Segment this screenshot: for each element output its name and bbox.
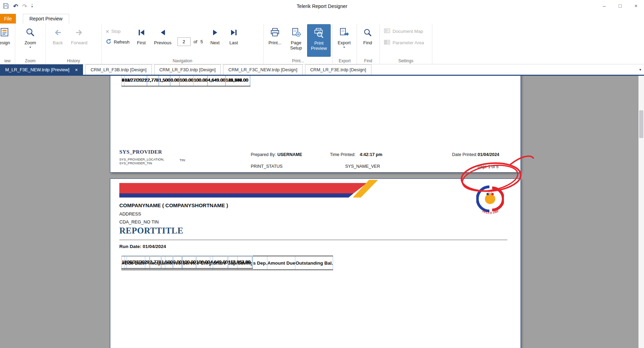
current-page-input[interactable] <box>177 37 191 46</box>
print-preview-button[interactable]: Print Preview <box>307 24 331 57</box>
company-name: COMPANYNAME ( COMPANYSHORTNAME ) <box>119 202 228 208</box>
doc-tab-crm-lr-f3e-design[interactable]: CRM_LR_F3E.trdp [Design] <box>305 64 371 75</box>
table-cell: 100.00 <box>182 256 196 268</box>
doc-tab-crm-lr-f3b-design[interactable]: CRM_LR_F3B.trdp [Design] <box>85 64 152 75</box>
first-page-button[interactable]: First <box>132 24 151 57</box>
find-button[interactable]: Find <box>358 24 377 57</box>
parameter-area-label: Parameter Area <box>393 40 424 45</box>
navigation-small-buttons: × Stop Refresh <box>103 24 132 45</box>
doc-tab-label: CRM_LR_F3B.trdp [Design] <box>91 67 147 72</box>
table-cell: 2,778 <box>147 76 159 86</box>
scrollbar-thumb[interactable] <box>639 110 643 138</box>
forward-button[interactable]: Forward <box>68 24 90 57</box>
col-header: Amount Due <box>267 256 295 270</box>
file-tab[interactable]: File <box>0 14 16 24</box>
table-cell: 1,500 <box>159 76 171 86</box>
design-button[interactable]: esign <box>0 24 13 57</box>
table-row: 1207/27/20222,7781,5000.00100.00100.004,… <box>121 256 253 269</box>
prepared-by-label: Prepared By: <box>251 152 276 157</box>
title-bar: ↶ ↷ ▾ Telerik Report Designer – □ × <box>0 0 644 12</box>
next-page-icon <box>211 27 219 38</box>
vertical-scrollbar[interactable] <box>638 76 644 348</box>
doc-tab-label: CRM_LR_F3E.trdp [Design] <box>310 67 366 72</box>
print-button[interactable]: Print... <box>265 24 285 57</box>
print-button-label: Print... <box>268 40 282 45</box>
view-group-label: iew <box>0 58 15 63</box>
report-page-1: 411/27/20212,7781,5000.00100.00100.004,6… <box>110 76 521 173</box>
minimize-button[interactable]: – <box>596 0 612 12</box>
export-group-label: Export <box>333 58 357 63</box>
export-icon <box>339 27 349 38</box>
print-group-label: Print... <box>264 58 332 63</box>
table-cell: 2,778 <box>150 256 162 268</box>
report-preview-area[interactable]: 411/27/20212,7781,5000.00100.00100.004,6… <box>0 76 644 348</box>
table-cell: 07/27/2022 <box>127 256 150 268</box>
doc-tab-crm-lr-f3c-new-design[interactable]: CRM_LR_F3C_NEW.trdp [Design] <box>223 64 302 75</box>
document-map-toggle[interactable]: Document Map <box>384 28 424 35</box>
doc-tab-crm-lr-f3e-new-preview[interactable]: M_LR_F3E_NEW.trdp [Preview] × <box>0 64 83 75</box>
doc-tab-label: M_LR_F3E_NEW.trdp [Preview] <box>5 67 70 72</box>
window-controls: – □ × <box>596 0 644 12</box>
close-button[interactable]: × <box>628 0 644 12</box>
printer-icon <box>270 27 280 38</box>
table-cell: 12 <box>122 256 127 268</box>
print-status: PRINT_STATUS <box>251 164 283 169</box>
design-icon <box>0 27 10 38</box>
page-setup-button[interactable]: Page Setup <box>285 24 307 57</box>
export-button[interactable]: Export ▾ <box>334 24 354 57</box>
refresh-icon <box>106 39 111 45</box>
page-indicator: page 1 of 5 <box>478 164 498 169</box>
refresh-button[interactable]: Refresh <box>106 38 130 45</box>
maximize-button[interactable]: □ <box>612 0 628 12</box>
stop-button[interactable]: × Stop <box>106 28 130 35</box>
report-page-2: PFCCO 1960 COMPANYNAME ( COMPANYSHORTNAM… <box>110 178 521 348</box>
back-button[interactable]: Back <box>47 24 68 57</box>
provider-tin: SYS_PROVIDER_TIN <box>119 161 152 165</box>
date-printed-value: 01/04/2024 <box>478 152 499 157</box>
last-page-button[interactable]: Last <box>224 24 243 57</box>
navigation-group-label: Navigation <box>102 58 263 63</box>
zoom-button-label: Zoom <box>25 40 36 45</box>
page-setup-label: Page Setup <box>285 40 307 51</box>
print-preview-icon <box>314 27 324 39</box>
ribbon: esign iew Zoom ▾ Zoom <box>0 24 644 64</box>
doc-tab-label: CRM_LR_F3C_NEW.trdp [Design] <box>228 67 297 72</box>
window-title: Telerik Report Designer <box>0 0 644 12</box>
table-cell: 100.00 <box>194 76 208 86</box>
doc-tab-crm-lr-f3d-design[interactable]: CRM_LR_F3D.trdp [Design] <box>154 64 221 75</box>
print-preview-label: Print Preview <box>307 40 330 51</box>
table-cell: 122,101.00 <box>226 76 250 86</box>
doc-tab-label: CRM_LR_F3D.trdp [Design] <box>159 67 216 72</box>
provider-name: SYS_PROVIDER <box>119 149 162 155</box>
company-logo: PFCCO 1960 <box>476 185 504 220</box>
ribbon-group-export: Export ▾ Export <box>333 24 357 64</box>
forward-button-label: Forward <box>71 40 88 45</box>
table-cell: 9 <box>122 76 125 86</box>
next-page-button[interactable]: Next <box>206 24 224 57</box>
report-title: REPORTTITLE <box>119 226 183 236</box>
zoom-dropdown-icon: ▾ <box>29 46 31 49</box>
document-map-icon <box>384 28 390 34</box>
tab-report-preview[interactable]: Report Preview <box>23 14 69 24</box>
close-tab-icon[interactable]: × <box>75 67 78 72</box>
prepared-by-value: USERNAME <box>277 152 302 157</box>
ribbon-group-zoom: Zoom ▾ Zoom <box>15 24 46 64</box>
table-cell: 0.00 <box>173 256 182 268</box>
table-cell: 0.00 <box>171 76 180 86</box>
telerik-report-designer-window: ↶ ↷ ▾ Telerik Report Designer – □ × File… <box>0 0 644 76</box>
next-page-label: Next <box>210 40 220 45</box>
document-map-label: Document Map <box>393 29 423 34</box>
page-navigator: of 5 <box>177 24 203 46</box>
parameter-area-toggle[interactable]: Parameter Area <box>384 39 424 46</box>
tab-list-dropdown-icon[interactable]: ▾ <box>639 67 641 72</box>
find-button-label: Find <box>363 40 372 45</box>
time-printed-label: Time Printed: <box>330 152 356 157</box>
stop-button-label: Stop <box>111 29 121 34</box>
previous-page-button[interactable]: Previous <box>151 24 175 57</box>
previous-page-label: Previous <box>154 40 172 45</box>
table-cell: 100.00 <box>180 76 194 86</box>
zoom-button[interactable]: Zoom ▾ <box>20 24 41 57</box>
find-group-label: Find <box>357 58 379 63</box>
ribbon-group-navigation: × Stop Refresh <box>102 24 264 64</box>
table-cell: 108,154.00 <box>228 256 253 268</box>
